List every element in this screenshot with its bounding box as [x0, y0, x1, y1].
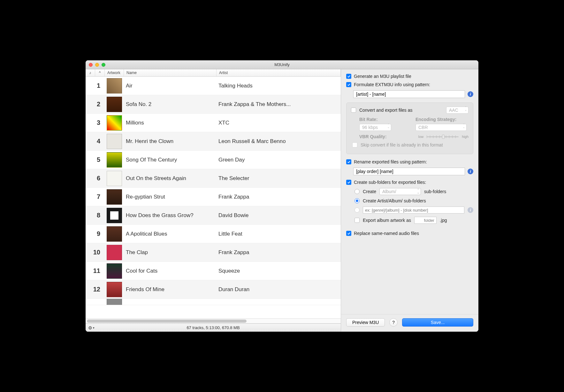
subfolder-opt1-select[interactable]: Album/: [379, 188, 421, 195]
bitrate-select[interactable]: 96 kbps: [359, 124, 391, 131]
label-replace: Replace same-named audio files: [354, 231, 419, 236]
artwork-icon: [107, 282, 122, 297]
convert-format-select[interactable]: AAC: [446, 107, 469, 114]
table-row[interactable]: 12Friends Of MineDuran Duran: [86, 280, 341, 299]
titlebar[interactable]: M3Unify: [86, 60, 478, 69]
track-number: 8: [86, 212, 105, 219]
table-row[interactable]: 6Out On the Streets AgainThe Selecter: [86, 169, 341, 188]
option-generate-m3u[interactable]: Generate an M3U playlist file: [346, 74, 473, 79]
table-row[interactable]: 5Song Of The CenturyGreen Day: [86, 151, 341, 169]
checkbox-extm3u[interactable]: [346, 82, 351, 87]
track-artist: Little Feat: [217, 231, 341, 237]
track-number: 7: [86, 193, 105, 200]
checkbox-export-artwork[interactable]: [354, 218, 360, 223]
table-row[interactable]: 3MillionsXTC: [86, 114, 341, 132]
table-row[interactable]: 9A Apolitical BluesLittle Feat: [86, 225, 341, 243]
option-replace[interactable]: Replace same-named audio files: [346, 231, 473, 236]
table-row[interactable]: 4Mr. Henri the ClownLeon Russell & Marc …: [86, 132, 341, 151]
subfolder-opt2-label: Create Artist/Album/ sub-folders: [363, 198, 426, 203]
scrollbar-thumb[interactable]: [87, 320, 247, 323]
track-artist: Frank Zappa: [217, 194, 341, 200]
skip-convert-row[interactable]: Skip convert if file is already in this …: [351, 142, 469, 147]
track-name: A Apolitical Blues: [124, 231, 217, 237]
label-convert: Convert and export files as: [359, 108, 413, 113]
track-name: Out On the Streets Again: [124, 175, 217, 182]
radio-subfolder-album[interactable]: [354, 189, 360, 194]
subfolder-custom-input[interactable]: [363, 207, 464, 214]
label-rename: Rename exported files using pattern:: [354, 159, 427, 164]
subfolder-option-3[interactable]: i: [354, 207, 473, 214]
table-header: ♪ ^ Artwork Name Artist: [86, 69, 341, 77]
track-artwork: [105, 245, 124, 260]
chevron-down-icon: ▾: [93, 326, 95, 329]
column-artwork[interactable]: Artwork: [105, 69, 124, 76]
option-rename[interactable]: Rename exported files using pattern:: [346, 159, 473, 164]
minimize-icon[interactable]: [95, 63, 99, 67]
vbr-low-label: low: [418, 135, 424, 139]
checkbox-replace[interactable]: [346, 231, 351, 236]
zoom-icon[interactable]: [102, 63, 105, 67]
artwork-icon: [107, 171, 122, 186]
checkbox-generate-m3u[interactable]: [346, 74, 351, 79]
track-artist: Frank Zappa: [217, 249, 341, 256]
subfolder-option-2[interactable]: Create Artist/Album/ sub-folders: [354, 198, 473, 203]
preview-button[interactable]: Preview M3U: [346, 318, 385, 327]
column-artist[interactable]: Artist: [217, 69, 341, 76]
track-number: 11: [86, 267, 105, 275]
subfolder-opt1-suffix: sub-folders: [424, 189, 446, 194]
radio-subfolder-custom[interactable]: [354, 207, 360, 213]
track-number: 5: [86, 156, 105, 163]
rename-pattern-input[interactable]: [353, 168, 465, 175]
tracks-pane: ♪ ^ Artwork Name Artist 1AirTalking Head…: [86, 69, 341, 332]
info-icon[interactable]: i: [468, 207, 473, 213]
track-number: 6: [86, 175, 105, 182]
option-extm3u[interactable]: Formulate EXTM3U info using pattern:: [346, 82, 473, 87]
artwork-icon: [107, 208, 122, 223]
table-row[interactable]: 7Re-gyptian StrutFrank Zappa: [86, 188, 341, 206]
column-sort[interactable]: ^: [95, 69, 105, 76]
info-icon[interactable]: i: [468, 169, 473, 174]
extm3u-pattern-input[interactable]: [353, 90, 465, 98]
statusbar: ⚙ ▾ 67 tracks, 5:13:00, 670.8 MB: [86, 323, 341, 332]
window-title: M3Unify: [86, 62, 478, 67]
table-row[interactable]: 1AirTalking Heads: [86, 77, 341, 95]
track-name: Friends Of Mine: [124, 286, 217, 293]
options-list: Generate an M3U playlist file Formulate …: [341, 69, 478, 314]
gear-menu[interactable]: ⚙ ▾: [88, 325, 95, 330]
slider-knob[interactable]: [442, 135, 445, 139]
save-button[interactable]: Save...: [402, 318, 473, 327]
vbr-slider[interactable]: [427, 136, 459, 137]
radio-subfolder-artist-album[interactable]: [354, 198, 360, 203]
track-name: Air: [124, 83, 217, 89]
checkbox-subfolders[interactable]: [346, 180, 351, 185]
track-name: How Does the Grass Grow?: [124, 212, 217, 219]
subfolder-option-1[interactable]: Create Album/ sub-folders: [354, 188, 473, 195]
checkbox-skip-convert[interactable]: [352, 142, 357, 147]
table-row[interactable]: 11Cool for CatsSqueeze: [86, 262, 341, 280]
table-row[interactable]: [86, 299, 341, 305]
track-number: 10: [86, 249, 105, 256]
info-icon[interactable]: i: [468, 91, 473, 97]
table-body[interactable]: 1AirTalking Heads2Sofa No. 2Frank Zappa …: [86, 77, 341, 318]
app-window: M3Unify ♪ ^ Artwork Name Artist 1AirTalk…: [86, 60, 478, 332]
strategy-select[interactable]: CBR: [415, 124, 467, 131]
horizontal-scrollbar[interactable]: [86, 318, 341, 323]
option-convert[interactable]: Convert and export files as AAC: [351, 107, 469, 114]
option-subfolders[interactable]: Create sub-folders for exported files:: [346, 180, 473, 185]
close-icon[interactable]: [89, 63, 93, 67]
export-artwork-row[interactable]: Export album artwork as .jpg: [354, 217, 473, 224]
table-row[interactable]: 10The ClapFrank Zappa: [86, 243, 341, 262]
track-artwork: [105, 226, 124, 242]
artwork-name-input[interactable]: [414, 217, 437, 224]
track-artwork: [105, 97, 124, 112]
artwork-icon: [107, 115, 122, 131]
track-artwork: [105, 152, 124, 168]
help-button[interactable]: ?: [389, 318, 398, 327]
checkbox-rename[interactable]: [346, 159, 351, 164]
bitrate-heading: Bit Rate:: [359, 117, 412, 122]
column-note[interactable]: ♪: [86, 69, 95, 76]
table-row[interactable]: 8How Does the Grass Grow?David Bowie: [86, 206, 341, 225]
column-name[interactable]: Name: [124, 69, 217, 76]
checkbox-convert[interactable]: [351, 108, 356, 113]
table-row[interactable]: 2Sofa No. 2Frank Zappa & The Mothers...: [86, 95, 341, 114]
